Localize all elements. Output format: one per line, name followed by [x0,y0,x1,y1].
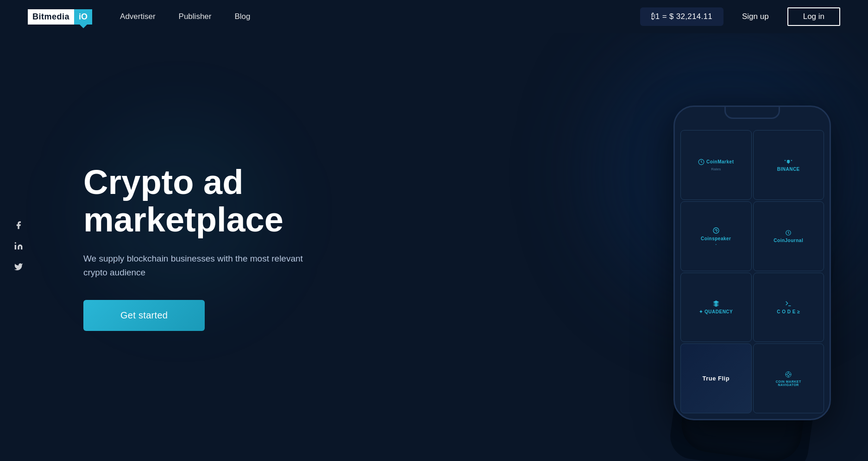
phone-card-coinjournal-text: CoinJournal [774,238,803,243]
navbar-right: ₿1 = $ 32,214.11 Sign up Log in [640,7,840,26]
phone-card-trueflip: True Flip [680,343,752,413]
phone-card-coinmarket-text: CoinMarket [706,159,734,164]
phone-card-coinjournal: CoinJournal [753,201,824,271]
phone-card-coinmarket: CoinMarket Rates [680,130,752,200]
logo-io: iO [74,9,92,25]
svg-marker-3 [785,160,786,161]
navbar: Bitmedia iO Advertiser Publisher Blog ₿1… [0,0,868,33]
social-sidebar [14,221,23,274]
phone-card-coinspeaker: Coinspeaker • [680,201,752,271]
nav-item-advertiser[interactable]: Advertiser [120,12,156,21]
login-button[interactable]: Log in [787,7,840,26]
advertiser-link[interactable]: Advertiser [120,12,156,21]
phone-card-quadency-text: ✦ QUADENCY [699,309,733,314]
navbar-left: Bitmedia iO Advertiser Publisher Blog [28,9,250,25]
hero-title: Crypto ad marketplace [83,163,306,239]
svg-point-1 [15,242,16,243]
hero-content: Crypto ad marketplace We supply blockcha… [83,163,306,331]
phone-card-codex-text: C O D E ≥ [777,309,800,314]
btc-price-display: ₿1 = $ 32,214.11 [640,7,723,26]
logo[interactable]: Bitmedia iO [28,9,92,25]
hero-subtitle: We supply blockchain businesses with the… [83,252,306,280]
svg-point-11 [787,373,790,375]
hero-title-line2: marketplace [83,200,283,239]
svg-marker-5 [791,160,793,161]
nav-item-blog[interactable]: Blog [234,12,250,21]
facebook-icon[interactable] [14,221,23,232]
phone-card-coinspeaker-text: Coinspeaker [701,236,731,241]
svg-rect-0 [15,245,16,249]
phone-card-trueflip-text: True Flip [702,375,730,382]
phone-container: CoinMarket Rates BINANCE Coinspeaker • [673,106,831,420]
phone-mockup: CoinMarket Rates BINANCE Coinspeaker • [673,106,831,420]
phone-card-coinmarket-sub: Rates [711,167,721,171]
phone-card-cmn: COIN MARKETNAVIGATOR [753,343,824,413]
phone-card-cmn-text: COIN MARKETNAVIGATOR [776,380,801,386]
nav-item-publisher[interactable]: Publisher [179,12,212,21]
nav-links: Advertiser Publisher Blog [120,12,250,21]
svg-point-7 [713,228,719,233]
phone-card-binance-text: BINANCE [777,167,800,172]
publisher-link[interactable]: Publisher [179,12,212,21]
blog-link[interactable]: Blog [234,12,250,21]
phone-card-binance: BINANCE [753,130,824,200]
linkedin-icon[interactable] [14,242,23,253]
signup-link[interactable]: Sign up [742,12,769,21]
twitter-icon[interactable] [14,262,23,274]
phone-card-quadency: ✦ QUADENCY [680,273,752,343]
hero-title-line1: Crypto ad [83,163,243,201]
hero-section: Crypto ad marketplace We supply blockcha… [0,33,868,461]
phone-notch [724,107,780,119]
phone-card-coinspeaker-sub: • [716,243,717,246]
logo-bitmedia: Bitmedia [28,9,74,25]
phone-card-codex: C O D E ≥ [753,273,824,343]
get-started-button[interactable]: Get started [83,300,205,331]
